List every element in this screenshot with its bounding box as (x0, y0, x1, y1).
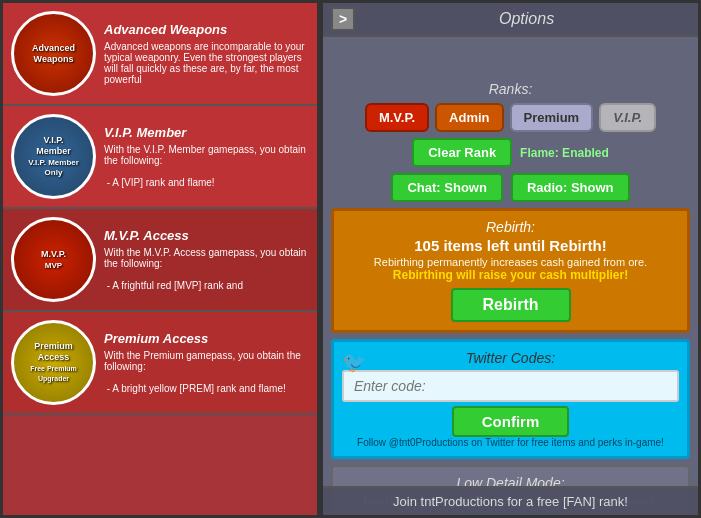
ranks-label: Ranks: (331, 81, 690, 97)
bottom-bar: Join tntProductions for a free [FAN] ran… (323, 486, 698, 515)
rebirth-count: 105 items left until Rebirth! (342, 237, 679, 254)
left-panel: AdvancedWeapons Advanced Weapons Advance… (0, 0, 320, 518)
advanced-weapons-title: Advanced Weapons (104, 22, 309, 37)
right-panel: > Options Ranks: M.V.P. Admin Premium V.… (320, 0, 701, 518)
vip-member-icon: V.I.P.MemberV.I.P. MemberOnly (11, 114, 96, 199)
rebirth-desc: Rebirthing permanently increases cash ga… (342, 256, 679, 268)
rebirth-title: Rebirth: (342, 219, 679, 235)
confirm-button[interactable]: Confirm (452, 406, 570, 437)
premium-access-desc: With the Premium gamepass, you obtain th… (104, 350, 309, 394)
flame-status: Flame: Enabled (520, 146, 609, 160)
vip-member-title: V.I.P. Member (104, 125, 309, 140)
twitter-icon: 🐦 (342, 350, 367, 374)
radio-status-button[interactable]: Radio: Shown (511, 173, 630, 202)
list-item: M.V.P.MVP M.V.P. Access With the M.V.P. … (3, 209, 317, 312)
mvp-access-desc: With the M.V.P. Access gamepass, you obt… (104, 247, 309, 291)
rebirth-section: Rebirth: 105 items left until Rebirth! R… (331, 208, 690, 333)
ranks-row: M.V.P. Admin Premium V.I.P. (331, 103, 690, 132)
mvp-access-icon: M.V.P.MVP (11, 217, 96, 302)
rebirth-button[interactable]: Rebirth (451, 288, 571, 322)
list-item: PremiumAccessFree PremiumUpgrader Premiu… (3, 312, 317, 415)
list-item: V.I.P.MemberV.I.P. MemberOnly V.I.P. Mem… (3, 106, 317, 209)
advanced-weapons-desc: Advanced weapons are incomparable to you… (104, 41, 309, 85)
rank-vip-badge: V.I.P. (599, 103, 656, 132)
clear-rank-button[interactable]: Clear Rank (412, 138, 512, 167)
advanced-weapons-icon: AdvancedWeapons (11, 11, 96, 96)
expand-button[interactable]: > (331, 7, 355, 31)
rank-mvp-badge: M.V.P. (365, 103, 429, 132)
main-container: AdvancedWeapons Advanced Weapons Advance… (0, 0, 701, 518)
page-title: Options (363, 10, 690, 28)
rank-premium-badge: Premium (510, 103, 594, 132)
chat-radio-row: Chat: Shown Radio: Shown (331, 173, 690, 202)
twitter-title: Twitter Codes: (342, 350, 679, 366)
premium-access-title: Premium Access (104, 331, 309, 346)
vip-member-desc: With the V.I.P. Member gamepass, you obt… (104, 144, 309, 188)
list-item: AdvancedWeapons Advanced Weapons Advance… (3, 3, 317, 106)
premium-access-icon: PremiumAccessFree PremiumUpgrader (11, 320, 96, 405)
mvp-access-title: M.V.P. Access (104, 228, 309, 243)
right-content: Ranks: M.V.P. Admin Premium V.I.P. Clear… (323, 73, 698, 515)
twitter-section: 🐦 Twitter Codes: Confirm Follow @tnt0Pro… (331, 339, 690, 459)
chat-status-button[interactable]: Chat: Shown (391, 173, 502, 202)
code-input[interactable] (342, 370, 679, 402)
twitter-follow-text: Follow @tnt0Productions on Twitter for f… (342, 437, 679, 448)
clear-rank-row: Clear Rank Flame: Enabled (331, 138, 690, 167)
rank-admin-badge: Admin (435, 103, 503, 132)
rebirth-warning: Rebirthing will raise your cash multipli… (342, 268, 679, 282)
